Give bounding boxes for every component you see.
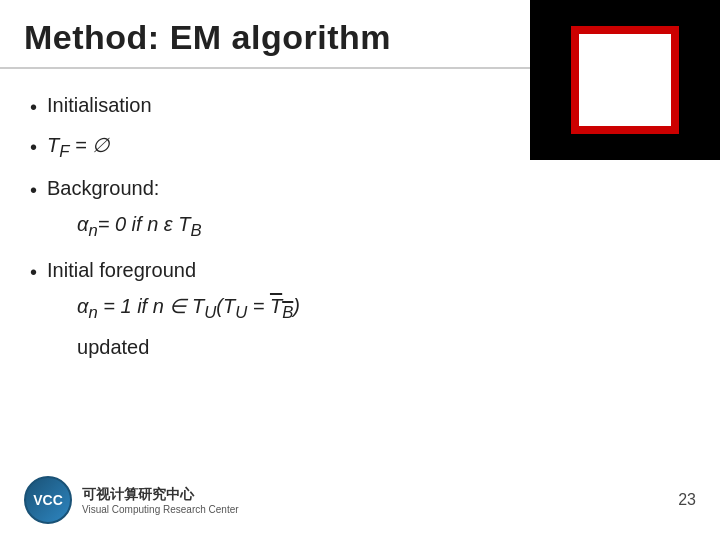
math-formula: αn= 0 if n ε TB: [77, 208, 690, 245]
slide-footer: VCC 可视计算研究中心 Visual Computing Research C…: [0, 476, 720, 524]
bullet-text: Initial foreground αn = 1 if n ∈ TU(TU =…: [47, 254, 690, 363]
list-item: • Initial foreground αn = 1 if n ∈ TU(TU…: [30, 254, 690, 363]
bullet-dot: •: [30, 91, 37, 123]
list-item: • Background: αn= 0 if n ε TB: [30, 172, 690, 249]
bullet-text: Background: αn= 0 if n ε TB: [47, 172, 690, 249]
logo-area: VCC 可视计算研究中心 Visual Computing Research C…: [24, 476, 239, 524]
vcc-logo-badge: VCC: [24, 476, 72, 524]
list-item: • TF = ∅: [30, 129, 690, 166]
updated-text: updated: [77, 331, 690, 363]
bullet-dot: •: [30, 174, 37, 206]
bullet-text-math: TF = ∅: [47, 129, 690, 166]
bullet-label: Initial foreground: [47, 259, 196, 281]
math-formula-2: αn = 1 if n ∈ TU(TU = TB): [77, 290, 690, 327]
slide-content: • Initialisation • TF = ∅ • Background: …: [0, 79, 720, 379]
bullet-label: Background:: [47, 177, 159, 199]
bullet-list: • Initialisation • TF = ∅ • Background: …: [30, 89, 690, 363]
slide-container: Method: EM algorithm • Initialisation • …: [0, 0, 720, 540]
logo-english: Visual Computing Research Center: [82, 504, 239, 515]
bullet-dot: •: [30, 256, 37, 288]
vcc-logo-text: VCC: [33, 492, 63, 508]
logo-text-block: 可视计算研究中心 Visual Computing Research Cente…: [82, 486, 239, 515]
logo-chinese: 可视计算研究中心: [82, 486, 239, 504]
page-number: 23: [678, 491, 696, 509]
bullet-dot: •: [30, 131, 37, 163]
bullet-text: Initialisation: [47, 89, 690, 121]
list-item: • Initialisation: [30, 89, 690, 123]
bullet-label: Initialisation: [47, 94, 152, 116]
